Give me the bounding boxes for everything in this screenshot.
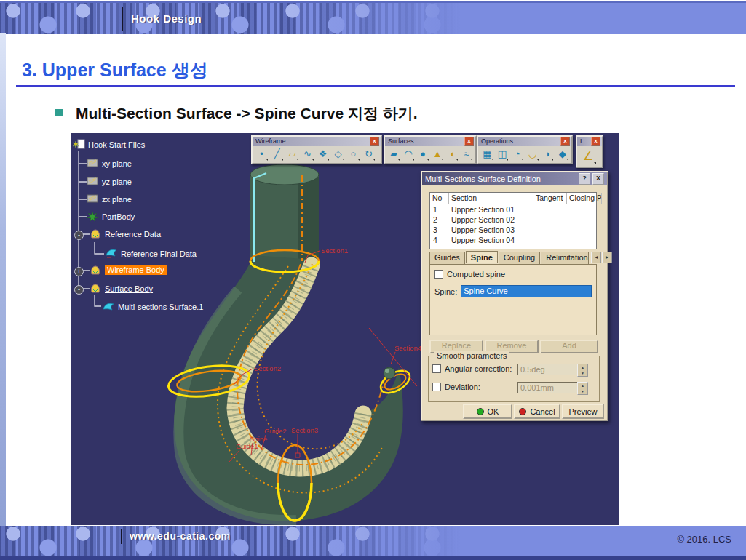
tree-item-root[interactable]: Hook Start Files: [73, 139, 145, 150]
law-icon[interactable]: ∠: [579, 148, 597, 165]
tree-expand-node[interactable]: +: [74, 267, 84, 276]
ok-button[interactable]: OK: [463, 404, 512, 419]
preview-button-label: Preview: [568, 407, 597, 416]
close-icon[interactable]: x: [464, 137, 474, 146]
tree-item-wireframe-body[interactable]: Wireframe Body: [90, 265, 167, 276]
table-row[interactable]: 4 Uppper Section 04: [430, 235, 596, 245]
tab-scroll-right-icon[interactable]: ►: [602, 252, 612, 263]
spline-icon[interactable]: ↻: [362, 148, 376, 161]
spine-row: Spine: Spine Curve: [434, 285, 592, 297]
surface-icon: [106, 248, 118, 259]
sections-table-header: No Section Tangent Closing Point: [430, 193, 596, 204]
cancel-status-icon: [519, 408, 526, 415]
part-icon: [73, 139, 85, 150]
tree-collapse-node[interactable]: -: [74, 231, 84, 240]
join-icon[interactable]: ▦: [480, 148, 494, 161]
catia-viewport: Section1 Section2 Section3 Section4 Guid…: [71, 133, 619, 525]
toolbar-titlebar[interactable]: Wireframe x: [253, 137, 381, 146]
extrude-icon[interactable]: ▰: [387, 148, 400, 161]
intersection-icon[interactable]: ❖: [316, 148, 330, 161]
plane-icon[interactable]: ▱: [285, 148, 299, 161]
help-icon[interactable]: ?: [579, 173, 590, 185]
tab-scroll-left-icon[interactable]: ◄: [591, 252, 601, 263]
toolbar-titlebar[interactable]: Operations x: [478, 137, 571, 146]
plane-icon: [87, 158, 99, 169]
tree-item-yz-plane[interactable]: yz plane: [87, 176, 132, 187]
col-section: Section: [449, 193, 533, 204]
tree-item-partbody[interactable]: PartBody: [87, 211, 135, 222]
sections-table[interactable]: No Section Tangent Closing Point 1 Upppe…: [429, 192, 597, 249]
col-no: No: [430, 193, 449, 204]
point-icon[interactable]: •: [255, 148, 269, 161]
tree-item-reference-final-data[interactable]: Reference Final Data: [106, 248, 197, 259]
stepper-up-icon[interactable]: ▲: [578, 364, 587, 370]
tree-collapse-node[interactable]: -: [74, 285, 84, 295]
table-row[interactable]: 1 Uppper Section 01: [430, 204, 596, 215]
table-row[interactable]: 2 Uppper Section 02: [430, 215, 596, 225]
tab-relimitation[interactable]: Relimitation: [541, 252, 589, 264]
sweep-icon[interactable]: ≈: [460, 148, 473, 161]
cancel-button[interactable]: Cancel: [514, 404, 560, 419]
row-no: 3: [430, 225, 449, 235]
angular-correction-checkbox[interactable]: [432, 364, 441, 373]
split-icon[interactable]: ◫: [496, 148, 509, 161]
dialog-titlebar[interactable]: Multi-Sections Surface Definition ? X: [422, 172, 607, 185]
gear-icon: [87, 211, 99, 222]
circle-icon[interactable]: ○: [346, 148, 360, 161]
row-no: 1: [430, 204, 449, 215]
line-icon[interactable]: ╱: [270, 148, 284, 161]
toolbar-title: Surfaces: [388, 137, 414, 146]
deviation-input[interactable]: 0.001mm: [517, 382, 579, 393]
row-no: 2: [430, 215, 449, 225]
add-button[interactable]: Add: [540, 340, 598, 353]
computed-spine-checkbox[interactable]: [434, 270, 443, 279]
toolbar-surfaces: Surfaces x ▰ ◠ ● ▲ ◖ ≈: [384, 135, 477, 164]
stepper-down-icon[interactable]: ▼: [578, 388, 587, 394]
stepper-down-icon[interactable]: ▼: [578, 370, 587, 376]
close-icon[interactable]: x: [591, 137, 600, 146]
preview-button[interactable]: Preview: [562, 404, 604, 419]
angular-correction-input[interactable]: 0.5deg: [517, 364, 579, 375]
deviation-checkbox[interactable]: [432, 383, 441, 391]
sphere-icon[interactable]: ●: [416, 148, 429, 161]
reflect-line-icon[interactable]: ◇: [331, 148, 345, 161]
projection-icon[interactable]: ∿: [301, 148, 314, 161]
cancel-button-label: Cancel: [530, 407, 555, 416]
table-row[interactable]: 3 Uppper Section 03: [430, 225, 596, 235]
fillet-icon[interactable]: ◆: [555, 148, 569, 161]
spine-input[interactable]: Spine Curve: [461, 285, 592, 297]
body-icon: [90, 283, 102, 294]
close-icon[interactable]: X: [592, 173, 604, 185]
deviation-label: Deviation:: [445, 383, 480, 391]
deviation-stepper[interactable]: ▲▼: [577, 382, 588, 395]
boundary-icon[interactable]: ◡: [525, 148, 539, 161]
guide2-label: Guide2: [264, 427, 287, 435]
tree-item-zx-plane[interactable]: zx plane: [87, 193, 132, 204]
extract-icon[interactable]: ◑: [541, 148, 555, 161]
stepper-up-icon[interactable]: ▲: [578, 383, 587, 388]
close-icon[interactable]: x: [370, 137, 379, 146]
tree-item-xy-plane[interactable]: xy plane: [87, 158, 132, 169]
bullet-marker: [55, 109, 63, 116]
close-icon[interactable]: x: [560, 137, 570, 146]
tree-item-surface-body[interactable]: Surface Body: [90, 283, 153, 294]
angular-correction-row: Angular correction:: [432, 364, 512, 373]
offset-icon[interactable]: ▲: [431, 148, 444, 161]
footer-site: www.edu-catia.com: [130, 530, 231, 542]
toolbar-titlebar[interactable]: L.. x: [577, 137, 602, 146]
row-section: Uppper Section 01: [449, 204, 533, 215]
trim-icon[interactable]: ◔: [510, 148, 524, 161]
tree-item-label: zx plane: [102, 195, 132, 204]
smooth-parameters-group: Smooth parameters Angular correction: 0.…: [428, 356, 600, 402]
tab-spine[interactable]: Spine: [466, 251, 498, 263]
revolve-icon[interactable]: ◠: [402, 148, 415, 161]
tree-item-reference-data[interactable]: Reference Data: [90, 228, 161, 239]
fill-icon[interactable]: ◖: [445, 148, 459, 161]
angular-correction-stepper[interactable]: ▲▼: [577, 364, 588, 377]
tree-item-label: Multi-sections Surface.1: [118, 303, 203, 311]
tab-guides[interactable]: Guides: [429, 252, 465, 264]
tree-item-multi-sections-surface[interactable]: Multi-sections Surface.1: [103, 301, 203, 312]
tab-coupling[interactable]: Coupling: [499, 252, 540, 264]
toolbar-titlebar[interactable]: Surfaces x: [385, 137, 475, 146]
dialog-tabs: Guides Spine Coupling Relimitation ◄ ►: [429, 252, 612, 264]
